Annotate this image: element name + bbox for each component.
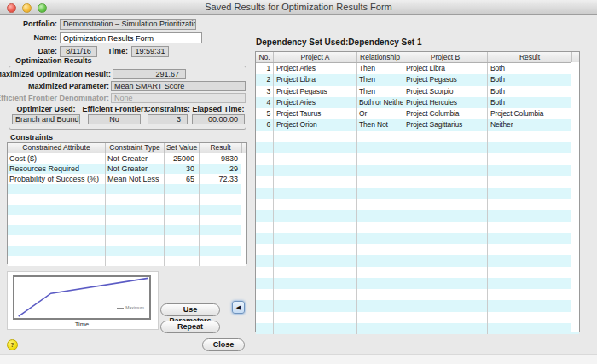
table-row-empty[interactable]	[256, 312, 579, 323]
column-header[interactable]: Result	[200, 143, 242, 153]
table-cell	[357, 300, 403, 311]
dependency-table-scrollbar[interactable]	[571, 62, 579, 332]
table-row-empty[interactable]	[256, 222, 579, 233]
help-button[interactable]: ?	[7, 339, 18, 350]
table-row-empty[interactable]	[256, 278, 579, 289]
titlebar: Saved Results for Optimization Results F…	[0, 0, 597, 15]
table-row[interactable]: Cost ($)Not Greater250009830	[8, 153, 246, 164]
table-cell	[357, 244, 403, 255]
column-header[interactable]: Project B	[403, 52, 488, 62]
table-cell	[488, 165, 572, 176]
table-row-empty[interactable]	[256, 255, 579, 266]
table-row-empty[interactable]	[256, 131, 579, 142]
table-cell: 4	[256, 97, 274, 108]
table-cell: 25000	[165, 153, 200, 164]
table-row-empty[interactable]	[8, 235, 246, 246]
table-cell	[256, 165, 274, 176]
table-row-empty[interactable]	[8, 256, 246, 266]
column-header[interactable]: Project A	[274, 52, 357, 62]
table-row[interactable]: 4Project AriesBoth or NeitherProject Her…	[256, 97, 579, 108]
table-cell: Project Aries	[274, 97, 357, 108]
table-row-empty[interactable]	[8, 205, 246, 215]
table-row-empty[interactable]	[256, 233, 579, 244]
table-cell	[488, 255, 572, 266]
table-cell	[274, 300, 357, 311]
table-cell	[8, 184, 106, 194]
name-field[interactable]	[60, 32, 202, 43]
table-row[interactable]: 6Project OrionThen NotProject Sagittariu…	[256, 119, 579, 130]
table-row-empty[interactable]	[256, 188, 579, 199]
column-header[interactable]: No.	[256, 52, 274, 62]
table-row[interactable]: 3Project PegasusThenProject ScorpioBoth	[256, 86, 579, 97]
close-button[interactable]: Close	[202, 338, 245, 351]
table-row-empty[interactable]	[256, 300, 579, 311]
table-cell	[106, 215, 165, 225]
table-row-empty[interactable]	[256, 142, 579, 153]
table-cell	[403, 131, 488, 142]
column-header[interactable]: Relationship	[357, 52, 403, 62]
table-cell	[106, 225, 165, 235]
table-cell	[200, 225, 242, 235]
table-cell: 5	[256, 108, 274, 119]
table-cell	[403, 300, 488, 311]
table-row-empty[interactable]	[256, 176, 579, 188]
table-cell	[274, 278, 357, 289]
table-cell: Not Greater	[106, 153, 165, 164]
table-cell	[8, 235, 106, 246]
table-row-empty[interactable]	[256, 165, 579, 176]
table-cell	[403, 323, 488, 334]
table-cell	[357, 176, 403, 188]
column-header[interactable]: Result	[488, 52, 572, 62]
table-cell	[488, 289, 572, 300]
table-row-empty[interactable]	[256, 210, 579, 221]
table-row[interactable]: 1Project AriesThenProject LibraBoth	[256, 63, 579, 74]
table-row-empty[interactable]	[8, 215, 246, 225]
table-cell	[488, 153, 572, 165]
table-row[interactable]: Resources RequiredNot Greater3029	[8, 164, 246, 174]
table-row-empty[interactable]	[256, 323, 579, 334]
table-row-empty[interactable]	[8, 194, 246, 205]
table-cell	[256, 131, 274, 142]
table-cell	[274, 244, 357, 255]
table-cell: 9830	[200, 153, 242, 164]
table-cell	[488, 278, 572, 289]
table-cell	[274, 142, 357, 153]
table-row[interactable]: 5Project TaurusOrProject ColumbiaProject…	[256, 108, 579, 119]
table-cell: Both	[488, 74, 572, 85]
table-cell	[256, 289, 274, 300]
table-row-empty[interactable]	[8, 184, 246, 194]
table-row-empty[interactable]	[256, 244, 579, 255]
constraints-section-title: Constraints	[10, 133, 53, 142]
table-row-empty[interactable]	[256, 289, 579, 300]
table-cell: Project Pegasus	[403, 74, 488, 85]
table-row-empty[interactable]	[256, 153, 579, 165]
table-row-empty[interactable]	[8, 225, 246, 235]
table-cell: 72.33	[200, 174, 242, 184]
previous-result-button[interactable]: ◀	[232, 301, 245, 314]
column-header[interactable]: Constrained Attribute	[8, 143, 106, 153]
table-cell	[256, 278, 274, 289]
efficient-frontier-field: No	[88, 114, 141, 124]
table-cell	[274, 165, 357, 176]
table-cell: Project Columbia	[488, 108, 572, 119]
table-cell	[403, 210, 488, 221]
table-cell: Both	[488, 86, 572, 97]
chart-plot-area: Maximum	[13, 275, 151, 320]
table-cell	[274, 289, 357, 300]
table-cell	[256, 267, 274, 278]
table-row[interactable]: Probability of Success (%)Mean Not Less6…	[8, 174, 246, 184]
table-cell	[274, 153, 357, 165]
table-cell	[106, 184, 165, 194]
constraints-table-scrollbar[interactable]	[241, 153, 246, 263]
table-row-empty[interactable]	[8, 246, 246, 256]
repeat-button[interactable]: Repeat	[160, 321, 220, 333]
table-cell	[274, 222, 357, 233]
table-row-empty[interactable]	[256, 267, 579, 278]
table-cell	[357, 222, 403, 233]
column-header[interactable]: Constraint Type	[106, 143, 165, 153]
table-row[interactable]: 2Project LibraThenProject PegasusBoth	[256, 74, 579, 85]
column-header[interactable]: Set Value	[165, 143, 200, 153]
table-cell: Project Pegasus	[274, 86, 357, 97]
table-row-empty[interactable]	[256, 199, 579, 210]
use-parameters-button[interactable]: Use Parameters	[160, 303, 220, 316]
